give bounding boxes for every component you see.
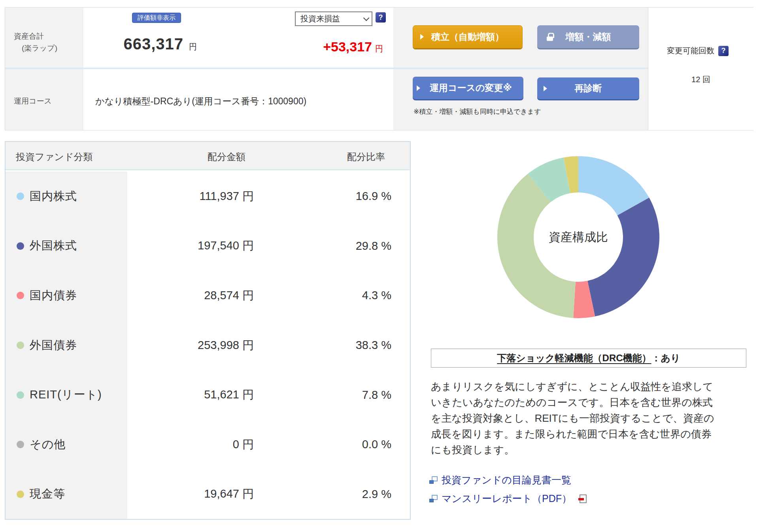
pl-period-select[interactable]: 投資来損益 (295, 11, 372, 26)
asset-total-label: 資産合計 (楽ラップ) (14, 30, 57, 54)
category-color-dot (17, 490, 24, 498)
profit-loss-amount: +53,317 円 (242, 39, 383, 55)
chevron-down-icon (363, 15, 370, 21)
play-arrow-icon (544, 86, 547, 91)
course-change-label: 運用コースの変更※ (430, 82, 512, 94)
total-asset-amount: 663,317 円 (57, 35, 197, 53)
simultaneous-application-note: ※積立・増額・減額も同時に申込できます (413, 107, 541, 116)
tsumitate-button[interactable]: 積立（自動増額） (413, 25, 523, 48)
change-count-panel: 変更可能回数 ? 12 回 (648, 8, 753, 130)
drc-feature-value: ：あり (651, 352, 680, 364)
change-count-help-icon[interactable]: ? (718, 46, 729, 56)
course-description-line: いきたいあなたのためのコースです。日本を含む世界の株式 (431, 394, 752, 410)
profit-loss-value: +53,317 (323, 39, 372, 55)
allocation-amount: 253,998 円 (198, 338, 254, 353)
allocation-amount: 197,540 円 (198, 238, 254, 254)
header-category: 投資ファンド分類 (16, 151, 93, 163)
prospectus-link[interactable]: 投資ファンドの目論見書一覧 (429, 474, 571, 487)
table-row: 外国債券253,998 円38.3 % (6, 321, 410, 370)
change-count-label: 変更可能回数 (667, 45, 714, 56)
category-color-dot (17, 441, 24, 448)
table-row: 外国株式197,540 円29.8 % (6, 221, 410, 271)
window-icon (429, 495, 438, 502)
allocation-amount: 19,647 円 (204, 486, 254, 502)
row-divider (5, 68, 648, 69)
asset-summary-panel: 資産合計 (楽ラップ) 評価額非表示 663,317 円 投資来損益 ? +53… (5, 7, 753, 130)
drc-feature-title: 下落ショック軽減機能（DRC機能） (497, 352, 651, 364)
fund-rows: 国内株式111,937 円16.9 %外国株式197,540 円29.8 %国内… (6, 172, 410, 519)
category-label: 外国債券 (30, 338, 77, 353)
table-header-row: 投資ファンド分類 配分金額 配分比率 (6, 142, 410, 170)
category-color-dot (17, 242, 24, 250)
rediagnosis-label: 再診断 (575, 82, 602, 94)
drc-feature-box: 下落ショック軽減機能（DRC機能）：あり (431, 349, 746, 368)
pl-help-icon[interactable]: ? (376, 12, 386, 23)
play-arrow-icon (420, 34, 424, 40)
raku-wrap-dashboard: 資産合計 (楽ラップ) 評価額非表示 663,317 円 投資来損益 ? +53… (0, 0, 759, 532)
donut-segment-1 (587, 198, 659, 316)
allocation-ratio: 38.3 % (356, 339, 391, 352)
category-color-dot (17, 292, 24, 299)
table-row: 現金等19,647 円2.9 % (6, 469, 410, 519)
table-row: 国内株式111,937 円16.9 % (6, 172, 410, 221)
course-description: あまりリスクを気にしすぎずに、とことん収益性を追求していきたいあなたのためのコー… (431, 379, 752, 458)
allocation-ratio: 16.9 % (356, 190, 391, 203)
allocation-amount: 111,937 円 (199, 189, 254, 204)
course-description-line: 成長を図ります。また限られた範囲で日本を含む世界の債券 (431, 426, 752, 442)
rediagnosis-button[interactable]: 再診断 (537, 77, 639, 99)
total-amount-unit: 円 (189, 42, 197, 52)
fund-allocation-table: 投資ファンド分類 配分金額 配分比率 国内株式111,937 円16.9 %外国… (5, 141, 411, 520)
allocation-amount: 51,621 円 (204, 387, 254, 403)
asset-composition-donut: 資産構成比 (493, 152, 663, 322)
monthly-report-link[interactable]: マンスリーレポート（PDF） (429, 492, 587, 505)
donut-segment-3 (497, 174, 576, 318)
table-row: 国内債券28,574 円4.3 % (6, 271, 410, 321)
allocation-ratio: 7.8 % (362, 389, 391, 402)
allocation-amount: 0 円 (233, 437, 254, 453)
course-description-line: を主な投資対象とし、REITにも一部投資することで、資産の (431, 410, 752, 426)
profit-loss-unit: 円 (375, 43, 383, 54)
total-amount-value: 663,317 (123, 35, 183, 53)
increase-decrease-button[interactable]: 増額・減額 (537, 25, 639, 48)
category-label: 外国株式 (30, 238, 77, 254)
prospectus-link-label: 投資ファンドの目論見書一覧 (442, 474, 571, 487)
increase-decrease-label: 増額・減額 (566, 31, 611, 43)
header-amount: 配分金額 (187, 151, 266, 163)
lock-icon (547, 33, 553, 41)
category-label: REIT(リート) (30, 387, 102, 403)
course-description-line: あまりリスクを気にしすぎずに、とことん収益性を追求して (431, 379, 752, 394)
tsumitate-button-label: 積立（自動増額） (431, 31, 504, 43)
window-icon (429, 476, 438, 484)
allocation-ratio: 4.3 % (362, 289, 391, 302)
pl-period-value: 投資来損益 (300, 13, 340, 24)
allocation-ratio: 29.8 % (356, 240, 391, 253)
donut-center-label: 資産構成比 (549, 230, 608, 243)
pdf-icon (580, 494, 587, 503)
course-value: かなり積極型-DRCあり(運用コース番号：1000900) (95, 95, 306, 108)
course-label: 運用コース (14, 96, 52, 106)
course-description-line: にも投資します。 (431, 442, 752, 458)
change-count-value: 12 回 (648, 74, 753, 85)
category-label: 現金等 (30, 486, 65, 502)
play-arrow-icon (417, 85, 420, 91)
header-ratio: 配分比率 (327, 151, 406, 163)
category-label: 国内株式 (30, 189, 77, 204)
allocation-amount: 28,574 円 (204, 288, 254, 304)
table-row: その他0 円0.0 % (6, 420, 410, 470)
allocation-ratio: 2.9 % (362, 488, 391, 501)
category-label: その他 (30, 437, 66, 453)
hide-valuation-button[interactable]: 評価額非表示 (132, 13, 181, 23)
monthly-report-link-label: マンスリーレポート（PDF） (442, 492, 572, 505)
course-change-button[interactable]: 運用コースの変更※ (413, 77, 523, 99)
category-color-dot (17, 192, 24, 200)
category-label: 国内債券 (30, 288, 77, 304)
allocation-ratio: 0.0 % (362, 438, 391, 451)
category-color-dot (17, 341, 24, 349)
category-color-dot (17, 391, 24, 399)
table-row: REIT(リート)51,621 円7.8 % (6, 370, 410, 420)
